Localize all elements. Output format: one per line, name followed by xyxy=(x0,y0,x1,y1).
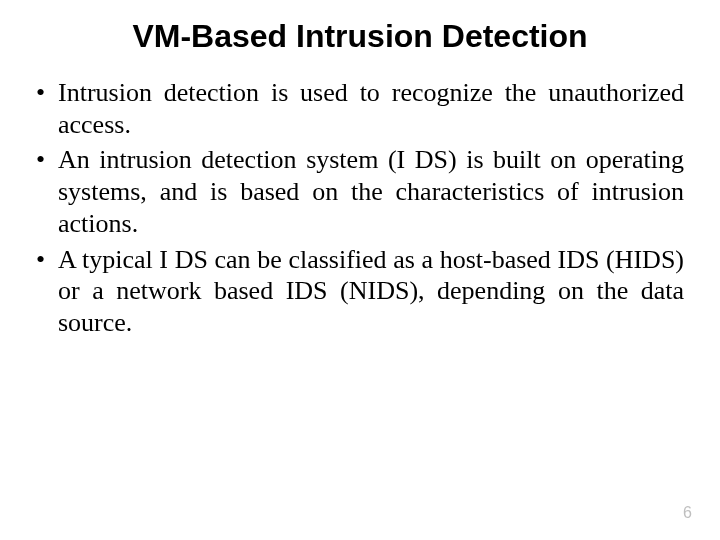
list-item: An intrusion detection system (I DS) is … xyxy=(36,144,684,239)
bullet-list: Intrusion detection is used to recognize… xyxy=(36,77,684,339)
slide: VM-Based Intrusion Detection Intrusion d… xyxy=(0,0,720,540)
list-item: Intrusion detection is used to recognize… xyxy=(36,77,684,140)
page-number: 6 xyxy=(683,504,692,522)
slide-body: Intrusion detection is used to recognize… xyxy=(36,77,684,339)
slide-title: VM-Based Intrusion Detection xyxy=(36,18,684,55)
list-item: A typical I DS can be classified as a ho… xyxy=(36,244,684,339)
